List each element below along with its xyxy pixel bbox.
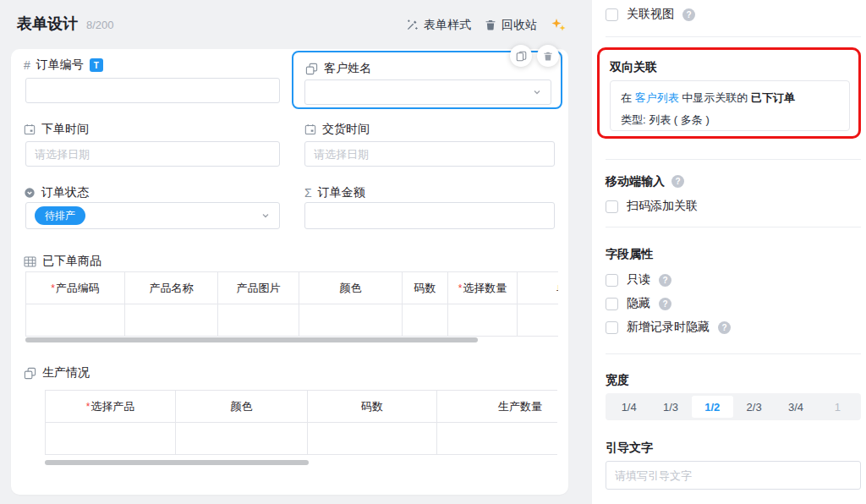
column-header: 码数 bbox=[403, 272, 448, 304]
column-header: 产品名称 bbox=[125, 272, 218, 304]
field-production-status[interactable]: 生产情况 bbox=[24, 365, 90, 381]
bidirectional-info-box: 在 客户列表 中显示关联的 已下订单 类型: 列表 ( 多条 ) bbox=[610, 80, 850, 131]
status-tag: 待排产 bbox=[35, 206, 85, 225]
mobile-input-title: 移动端输入 ? bbox=[606, 174, 684, 189]
scan-add-relation-checkbox[interactable] bbox=[606, 200, 618, 213]
copy-field-button[interactable] bbox=[510, 45, 532, 67]
ai-sparkle-icon[interactable] bbox=[551, 17, 567, 33]
trash-icon bbox=[485, 19, 496, 31]
relation-field-icon bbox=[305, 63, 318, 75]
page-title: 表单设计 bbox=[17, 14, 78, 34]
field-order-time[interactable]: 下单时间 bbox=[24, 122, 89, 137]
divider bbox=[606, 159, 861, 160]
help-icon[interactable]: ? bbox=[682, 8, 695, 21]
divider bbox=[606, 36, 861, 37]
order-amount-input[interactable] bbox=[304, 202, 555, 229]
ordered-products-table[interactable]: *产品编码 产品名称 产品图片 颜色 码数 *选择数量 单位 bbox=[25, 271, 558, 337]
table1-horizontal-scrollbar[interactable] bbox=[25, 337, 478, 342]
guide-text-title: 引导文字 bbox=[606, 441, 653, 455]
scan-add-relation-row[interactable]: 扫码添加关联 bbox=[606, 199, 698, 214]
help-icon[interactable]: ? bbox=[659, 298, 671, 310]
field-count: 8/200 bbox=[86, 19, 114, 31]
hide-on-new-record-label: 新增记录时隐藏 bbox=[627, 320, 710, 335]
magic-wand-icon bbox=[406, 19, 419, 31]
recycle-bin-label: 回收站 bbox=[502, 18, 537, 33]
width-option-3-4[interactable]: 3/4 bbox=[775, 396, 816, 418]
width-option-1-2-selected[interactable]: 1/2 bbox=[692, 396, 733, 418]
column-header: 生产数量 bbox=[437, 391, 558, 423]
table-header-row: *选择产品 颜色 码数 生产数量 bbox=[46, 391, 558, 423]
form-canvas: # 订单编号 T 客户姓名 bbox=[11, 49, 568, 495]
field-order-amount[interactable]: Σ 订单金额 bbox=[304, 185, 365, 200]
divider bbox=[606, 353, 861, 354]
field-order-status[interactable]: 订单状态 bbox=[24, 185, 89, 200]
sum-sigma-icon: Σ bbox=[304, 187, 312, 199]
help-icon[interactable]: ? bbox=[718, 321, 731, 334]
customer-list-link[interactable]: 客户列表 bbox=[635, 91, 679, 104]
field-label: 下单时间 bbox=[41, 122, 89, 137]
relation-field-icon bbox=[24, 367, 36, 380]
required-mark: * bbox=[51, 282, 55, 294]
table2-horizontal-scrollbar[interactable] bbox=[45, 460, 309, 465]
field-delivery-time[interactable]: 交货时间 bbox=[304, 122, 370, 137]
required-mark: * bbox=[458, 282, 463, 294]
column-header: 颜色 bbox=[299, 272, 403, 304]
help-icon[interactable]: ? bbox=[659, 274, 671, 287]
number-field-icon: # bbox=[24, 59, 30, 71]
hide-on-new-record-row[interactable]: 新增记录时隐藏 ? bbox=[606, 320, 731, 335]
chevron-down-icon[interactable] bbox=[532, 87, 542, 97]
field-label: 交货时间 bbox=[322, 122, 370, 137]
related-view-row[interactable]: 关联视图 ? bbox=[606, 7, 695, 22]
field-properties-title: 字段属性 bbox=[606, 247, 653, 261]
field-ordered-products[interactable]: 已下单商品 bbox=[24, 254, 101, 269]
field-label: 已下单商品 bbox=[42, 254, 101, 269]
hide-on-new-record-checkbox[interactable] bbox=[606, 321, 618, 334]
related-view-label: 关联视图 bbox=[627, 7, 674, 22]
column-header: *选择产品 bbox=[46, 391, 176, 423]
width-option-2-3[interactable]: 2/3 bbox=[733, 396, 775, 418]
field-label: 订单金额 bbox=[318, 185, 365, 200]
select-field-icon bbox=[24, 187, 36, 199]
hidden-row[interactable]: 隐藏 ? bbox=[606, 296, 671, 311]
customer-name-select[interactable] bbox=[304, 79, 551, 105]
recycle-bin-button[interactable]: 回收站 bbox=[485, 18, 537, 33]
table-empty-row bbox=[46, 423, 558, 455]
order-time-input[interactable] bbox=[25, 141, 280, 167]
help-icon[interactable]: ? bbox=[671, 175, 684, 188]
column-header: 码数 bbox=[308, 391, 437, 423]
column-header: 颜色 bbox=[176, 391, 308, 423]
calendar-icon bbox=[304, 123, 316, 135]
page-header: 表单设计 8/200 bbox=[17, 14, 114, 34]
width-option-full[interactable]: 1 bbox=[817, 396, 858, 418]
delivery-time-input[interactable] bbox=[304, 141, 555, 167]
table-empty-row bbox=[26, 304, 559, 337]
calendar-icon bbox=[24, 123, 36, 135]
readonly-checkbox[interactable] bbox=[606, 274, 618, 287]
delete-field-button[interactable] bbox=[537, 45, 559, 67]
scan-add-relation-label: 扫码添加关联 bbox=[627, 199, 698, 214]
column-header: *选择数量 bbox=[448, 272, 518, 304]
order-number-input[interactable] bbox=[25, 78, 280, 103]
readonly-label: 只读 bbox=[627, 272, 650, 288]
width-option-1-3[interactable]: 1/3 bbox=[650, 396, 691, 418]
form-style-button[interactable]: 表单样式 bbox=[406, 18, 471, 33]
guide-text-input[interactable] bbox=[606, 461, 861, 490]
required-mark: * bbox=[86, 401, 90, 413]
field-label: 订单编号 bbox=[36, 58, 84, 73]
order-status-select[interactable]: 待排产 bbox=[25, 202, 280, 229]
chevron-down-icon[interactable] bbox=[260, 211, 271, 221]
width-segmented-control: 1/4 1/3 1/2 2/3 3/4 1 bbox=[606, 393, 861, 420]
width-option-1-4[interactable]: 1/4 bbox=[608, 396, 650, 418]
related-view-checkbox[interactable] bbox=[606, 8, 618, 21]
field-label: 订单状态 bbox=[41, 185, 89, 200]
header-actions: 表单样式 回收站 bbox=[406, 17, 567, 33]
field-label: 生产情况 bbox=[42, 365, 90, 381]
production-status-table[interactable]: *选择产品 颜色 码数 生产数量 bbox=[45, 390, 557, 455]
hidden-checkbox[interactable] bbox=[606, 298, 618, 310]
linked-form-name: 已下订单 bbox=[751, 91, 795, 104]
column-header: 产品图片 bbox=[218, 272, 299, 304]
field-customer-name-selected[interactable]: 客户姓名 bbox=[292, 51, 562, 109]
divider bbox=[606, 227, 861, 227]
bidirectional-highlight-box: 双向关联 在 客户列表 中显示关联的 已下订单 类型: 列表 ( 多条 ) bbox=[597, 47, 861, 139]
readonly-row[interactable]: 只读 ? bbox=[606, 272, 671, 288]
